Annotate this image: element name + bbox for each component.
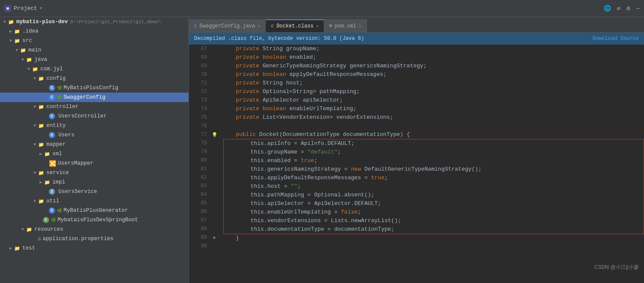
sidebar-item-appprops[interactable]: ▶ ⚙ application.properties — [0, 234, 188, 244]
info-bar: Decompiled .class file, bytecode version… — [189, 33, 644, 45]
sidebar-item-entity[interactable]: ▼ 📁 entity — [0, 121, 188, 130]
line-number-90: 90 — [189, 242, 207, 250]
src-label: src — [22, 38, 32, 44]
sidebar-item-mybatisgen[interactable]: ▶ C 🌿 MyBatisPlusGenerator — [0, 206, 188, 215]
line-numbers: 6768697071727374757677787980818283848586… — [189, 45, 210, 283]
swaggerconfig-icon: C — [49, 94, 55, 100]
sidebar-item-src[interactable]: ▼ 📁 src — [0, 36, 188, 45]
controller-label: controller — [46, 104, 79, 110]
download-source-link[interactable]: Download Source — [592, 36, 639, 42]
usersmapper-icon: 🔀 — [49, 160, 56, 167]
tab-docket-icon: C — [271, 24, 274, 29]
sidebar-item-mybatisplusconfig[interactable]: ▶ C 🌿 MyBatisPlusConfig — [0, 83, 188, 93]
line-number-72: 72 — [189, 87, 207, 96]
editor-area: C SwaggerConfig.java ✕ C Docket.class ✕ … — [189, 17, 644, 283]
tab-xml-close[interactable]: ✕ — [359, 24, 361, 29]
line-number-89: 89 — [189, 233, 207, 242]
gutter-79 — [210, 148, 219, 156]
sidebar-item-usersmapper[interactable]: ▶ 🔀 UsersMapper — [0, 159, 188, 168]
users-icon: C — [49, 132, 55, 138]
main-label: main — [28, 47, 41, 53]
sidebar-item-java[interactable]: ▼ 📁 java — [0, 55, 188, 64]
tab-pom-xml[interactable]: m pom.xml ✕ — [324, 19, 367, 32]
line-number-77: 77 — [189, 130, 207, 139]
xml-arrow: ▶ — [38, 151, 44, 157]
tab-docket-class[interactable]: C Docket.class ✕ — [266, 19, 324, 32]
sidebar-item-config[interactable]: ▼ 📁 config — [0, 74, 188, 83]
service-folder-icon: 📁 — [38, 169, 45, 176]
entity-label: entity — [46, 123, 66, 129]
sidebar-item-service[interactable]: ▼ 📁 service — [0, 168, 188, 178]
info-bar-text: Decompiled .class file, bytecode version… — [194, 36, 364, 42]
globe-icon[interactable]: 🌐 — [604, 5, 611, 12]
controller-folder-icon: 📁 — [38, 103, 45, 110]
tabs-bar: C SwaggerConfig.java ✕ C Docket.class ✕ … — [189, 17, 644, 33]
sidebar-item-usersservice[interactable]: ▶ I UsersService — [0, 187, 188, 196]
xml-folder-icon: 📁 — [44, 151, 51, 157]
usersmapper-label: UsersMapper — [58, 160, 94, 166]
gutter-67 — [210, 45, 219, 53]
code-line-87: this.vendorExtensions = Lists.newArrayLi… — [224, 217, 644, 225]
line-number-86: 86 — [189, 208, 207, 216]
tab-docket-label: Docket.class — [276, 23, 313, 29]
tab-swaggerconfig-java[interactable]: C SwaggerConfig.java ✕ — [189, 19, 266, 32]
arrows-icon[interactable]: ⇄ — [617, 5, 620, 12]
sidebar: ▼ 📁 mybatis-plus-dev D:\Project\git_Prod… — [0, 17, 189, 283]
settings-icon[interactable]: ⚙ — [626, 5, 630, 12]
line-number-67: 67 — [189, 45, 207, 53]
sidebar-item-users[interactable]: ▶ C Users — [0, 130, 188, 140]
userscontroller-label: UsersController — [58, 113, 107, 119]
code-line-84: this.pathMapping = Optional.absent(); — [224, 191, 644, 199]
sidebar-item-springboot[interactable]: ▶ C 🌿 MybataisPlusDevSpringBoot — [0, 215, 188, 225]
impl-arrow: ▶ — [38, 180, 44, 185]
line-number-78: 78 — [189, 139, 207, 148]
code-line-86: this.enableUrlTemplating = false; — [224, 208, 644, 217]
code-line-72: private Optional<String> pathMapping; — [222, 87, 644, 96]
project-menu[interactable]: ▣ Project ▼ — [4, 5, 42, 12]
code-line-80: this.enabled = true; — [224, 157, 644, 165]
sidebar-root[interactable]: ▼ 📁 mybatis-plus-dev D:\Project\git_Prod… — [0, 17, 188, 27]
tab-swaggerconfig-close[interactable]: ✕ — [258, 24, 260, 29]
gutter-70 — [210, 70, 219, 79]
mybatisplusconfig-badge: 🌿 — [56, 84, 63, 91]
sidebar-item-util[interactable]: ▼ 📁 util — [0, 196, 188, 206]
line-number-69: 69 — [189, 62, 207, 70]
code-line-67: private String groupName; — [222, 45, 644, 53]
main-layout: ▼ 📁 mybatis-plus-dev D:\Project\git_Prod… — [0, 17, 644, 283]
sidebar-item-swaggerconfig[interactable]: ▶ C 🌿 SwaggerConfig — [0, 93, 188, 102]
sidebar-item-resources[interactable]: ▼ 📁 resources — [0, 225, 188, 234]
tab-docket-close[interactable]: ✕ — [316, 24, 319, 29]
code-line-83: this.host = ""; — [224, 182, 644, 191]
code-line-69: private GenericTypeNamingStrategy generi… — [222, 62, 644, 70]
gutter-87 — [210, 216, 219, 225]
code-area[interactable]: 6768697071727374757677787980818283848586… — [189, 45, 644, 283]
minus-icon[interactable]: — — [636, 5, 640, 12]
sidebar-item-userscontroller[interactable]: ▶ C UsersController — [0, 111, 188, 121]
sidebar-item-comjyl[interactable]: ▼ 📁 com.jyl — [0, 64, 188, 74]
code-line-78: this.apiInfo = ApiInfo.DEFAULT; — [224, 139, 644, 148]
line-number-85: 85 — [189, 199, 207, 208]
sidebar-item-impl[interactable]: ▶ 📁 impl — [0, 178, 188, 187]
entity-arrow: ▼ — [32, 123, 38, 128]
java-arrow: ▼ — [20, 57, 26, 62]
root-folder-icon: 📁 — [8, 18, 15, 25]
sidebar-item-controller[interactable]: ▼ 📁 controller — [0, 102, 188, 111]
usersservice-label: UsersService — [58, 189, 97, 195]
java-folder-icon: 📁 — [26, 56, 33, 63]
sidebar-item-main[interactable]: ▼ 📁 main — [0, 45, 188, 55]
sidebar-item-idea[interactable]: ▶ 📁 .idea — [0, 27, 188, 36]
swaggerconfig-badge: 🌿 — [56, 94, 63, 101]
mapper-folder-icon: 📁 — [38, 141, 45, 148]
project-icon: ▣ — [4, 5, 11, 12]
sidebar-item-xml[interactable]: ▶ 📁 xml — [0, 149, 188, 159]
gutter-71 — [210, 79, 219, 87]
tab-xml-icon: m — [329, 24, 332, 28]
xml-label: xml — [52, 151, 62, 157]
sidebar-item-test[interactable]: ▶ 📁 test — [0, 244, 188, 253]
mybatisgen-badge: 🌿 — [56, 207, 63, 214]
line-number-80: 80 — [189, 156, 207, 165]
appprops-label: application.properties — [43, 236, 113, 242]
code-line-82: this.applyDefaultResponseMessages = true… — [224, 174, 644, 182]
code-content[interactable]: private String groupName; private boolea… — [219, 45, 644, 283]
sidebar-item-mapper[interactable]: ▼ 📁 mapper — [0, 140, 188, 149]
